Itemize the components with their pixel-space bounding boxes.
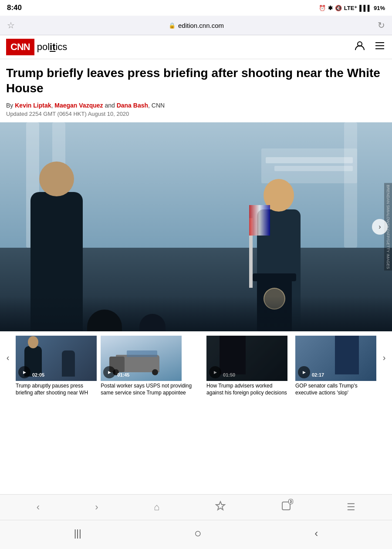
duration-3: 01:50 [223, 372, 235, 377]
main-image: › BRENDAN SMIALOWSKI/AFP/GETTY IMAGES [0, 122, 392, 331]
carousel-prev[interactable]: ‹ [0, 336, 16, 379]
article-title: Trump briefly leaves press briefing afte… [6, 65, 386, 96]
carousel-item-3[interactable]: 01:50 How Trump advisers worked against … [206, 336, 292, 396]
status-icons: ⏰ ✱ 🔇 LTE⁺ ▌▌▌ 91% [319, 5, 385, 11]
thumb-caption-4: GOP senator calls Trump's executive acti… [295, 381, 376, 396]
thumb-image-1: 02:05 [16, 336, 97, 381]
carousel-inner: 02:05 Trump abruptly pauses press briefi… [16, 336, 376, 396]
author-3[interactable]: Dana Bash [117, 102, 148, 109]
cnn-logo[interactable]: CNN [6, 39, 34, 55]
image-next-arrow[interactable]: › [372, 219, 388, 235]
menu-icon[interactable] [374, 40, 386, 55]
bookmark-button[interactable]: ☆ [7, 20, 15, 30]
thumbnail-carousel: ‹ 02:05 Trump abruptly pauses press brie… [0, 331, 392, 401]
mute-icon: 🔇 [335, 5, 342, 11]
carousel-item-4[interactable]: 02:17 GOP senator calls Trump's executiv… [295, 336, 376, 396]
thumb-caption-3: How Trump advisers worked against his fo… [206, 381, 292, 396]
cnn-header: CNN politics [0, 35, 392, 59]
thumb-image-4: 02:17 [295, 336, 376, 381]
account-icon[interactable] [354, 40, 366, 55]
browser-chrome: ☆ 🔒 edition.cnn.com ↻ [0, 16, 392, 35]
url-bar[interactable]: 🔒 edition.cnn.com [15, 22, 378, 29]
image-scene: › BRENDAN SMIALOWSKI/AFP/GETTY IMAGES [0, 122, 392, 331]
url-text: edition.cnn.com [178, 22, 224, 29]
byline-prefix: By [6, 102, 13, 109]
source-label: CNN [152, 102, 165, 109]
article-byline: By Kevin Liptak, Maegan Vazquez and Dana… [6, 102, 386, 109]
cnn-logo-area[interactable]: CNN politics [6, 39, 67, 55]
header-icons [354, 40, 386, 55]
duration-1: 02:05 [32, 372, 44, 377]
thumb-caption-2: Postal worker says USPS not providing sa… [101, 381, 203, 396]
section-label[interactable]: politics [34, 41, 68, 53]
thumb-image-3: 01:50 [206, 336, 287, 381]
play-button-4[interactable] [298, 366, 310, 378]
bluetooth-icon: ✱ [328, 5, 333, 11]
carousel-next[interactable]: › [376, 336, 392, 379]
author-1[interactable]: Kevin Liptak [15, 102, 51, 109]
article-date: Updated 2254 GMT (0654 HKT) August 10, 2… [6, 111, 386, 117]
lock-icon: 🔒 [169, 22, 176, 29]
thumb-caption-1: Trump abruptly pauses press briefing aft… [16, 381, 97, 396]
alarm-icon: ⏰ [319, 5, 326, 11]
reload-button[interactable]: ↻ [378, 20, 385, 30]
carousel-item-1[interactable]: 02:05 Trump abruptly pauses press briefi… [16, 336, 97, 396]
signal-bars: ▌▌▌ [359, 5, 372, 11]
article-content: Trump briefly leaves press briefing afte… [0, 59, 392, 117]
time-display: 8:40 [7, 3, 22, 12]
play-button-1[interactable] [18, 366, 30, 378]
duration-4: 02:17 [312, 372, 324, 377]
play-button-3[interactable] [209, 366, 221, 378]
thumb-image-2: 01:45 [101, 336, 182, 381]
duration-2: 01:45 [117, 372, 129, 377]
status-bar: 8:40 ⏰ ✱ 🔇 LTE⁺ ▌▌▌ 91% [0, 0, 392, 16]
carousel-item-2[interactable]: 01:45 Postal worker says USPS not provid… [101, 336, 203, 396]
lte-indicator: LTE⁺ [344, 5, 358, 11]
battery-indicator: 91% [374, 5, 385, 11]
author-2[interactable]: Maegan Vazquez [54, 102, 103, 109]
